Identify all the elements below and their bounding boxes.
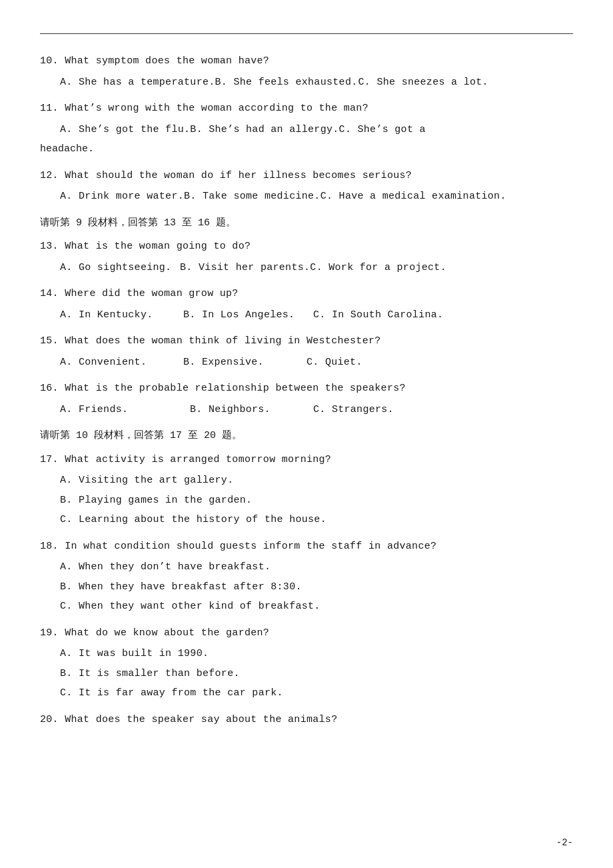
option-item: B. Visit her parents. <box>180 259 310 277</box>
option-item: C. She sneezes a lot. <box>358 74 488 91</box>
option-continuation: headache. <box>40 141 573 158</box>
question-block: 14. Where did the woman grow up?A. In Ke… <box>40 285 573 323</box>
option-item: C. Strangers. <box>313 401 394 419</box>
option-item: B. Expensive. <box>183 354 306 371</box>
options-row: A. Friends.B. Neighbors.C. Strangers. <box>60 401 573 419</box>
question-block: 17. What activity is arranged tomorrow m… <box>40 451 573 529</box>
options-row: A. She has a temperature.B. She feels ex… <box>60 74 573 91</box>
option-item: B. Take some medicine. <box>184 188 320 205</box>
option-item: A. It was built in 1990. <box>60 645 573 663</box>
question-q18: 18. In what condition should guests info… <box>40 538 573 555</box>
top-divider <box>40 33 573 34</box>
question-q19: 19. What do we know about the garden? <box>40 625 573 642</box>
section-header: 请听第 10 段材料，回答第 17 至 20 题。 <box>40 427 573 445</box>
option-item: A. Go sightseeing. <box>60 259 180 277</box>
question-block: 11. What’s wrong with the woman accordin… <box>40 100 573 158</box>
question-q11: 11. What’s wrong with the woman accordin… <box>40 100 573 117</box>
option-item: B. When they have breakfast after 8:30. <box>60 579 573 596</box>
question-q13: 13. What is the woman going to do? <box>40 238 573 255</box>
question-block: 18. In what condition should guests info… <box>40 538 573 615</box>
option-item: B. She’s had an allergy. <box>190 121 338 139</box>
option-item: A. She’s got the flu. <box>60 121 190 139</box>
option-item: C. It is far away from the car park. <box>60 685 573 702</box>
options-row: A. Drink more water.B. Take some medicin… <box>60 188 573 205</box>
options-row: A. In Kentucky.B. In Los Angeles.C. In S… <box>60 307 573 324</box>
question-block: 20. What does the speaker say about the … <box>40 711 573 729</box>
option-item: A. Drink more water. <box>60 188 184 205</box>
question-block: 10. What symptom does the woman have?A. … <box>40 53 573 91</box>
question-block: 13. What is the woman going to do?A. Go … <box>40 238 573 276</box>
section-header: 请听第 9 段材料，回答第 13 至 16 题。 <box>40 215 573 232</box>
page-number: -2- <box>556 837 573 848</box>
option-item: C. Work for a project. <box>310 259 446 277</box>
option-item: A. Friends. <box>60 401 190 419</box>
question-block: 16. What is the probable relationship be… <box>40 380 573 418</box>
option-item: C. Quiet. <box>306 354 362 371</box>
question-q14: 14. Where did the woman grow up? <box>40 285 573 303</box>
options-row: A. Convenient.B. Expensive.C. Quiet. <box>60 354 573 371</box>
question-block: 19. What do we know about the garden?A. … <box>40 625 573 702</box>
option-item: A. When they don’t have breakfast. <box>60 559 573 576</box>
option-item: C. In South Carolina. <box>313 307 443 324</box>
question-q12: 12. What should the woman do if her illn… <box>40 167 573 185</box>
option-item: B. In Los Angeles. <box>183 307 313 324</box>
option-item: C. She’s got a <box>339 121 426 139</box>
option-item: C. Learning about the history of the hou… <box>60 511 573 529</box>
option-item: C. Have a medical examination. <box>320 188 506 205</box>
option-item: A. She has a temperature. <box>60 74 215 91</box>
option-item: B. Playing games in the garden. <box>60 492 573 509</box>
option-item: B. Neighbors. <box>190 401 313 419</box>
question-q10: 10. What symptom does the woman have? <box>40 53 573 70</box>
question-q20: 20. What does the speaker say about the … <box>40 711 573 729</box>
option-item: A. Visiting the art gallery. <box>60 472 573 489</box>
question-block: 12. What should the woman do if her illn… <box>40 167 573 205</box>
option-item: A. Convenient. <box>60 354 183 371</box>
question-block: 15. What does the woman think of living … <box>40 333 573 371</box>
options-row: A. She’s got the flu.B. She’s had an all… <box>60 121 573 139</box>
question-q15: 15. What does the woman think of living … <box>40 333 573 350</box>
option-item: A. In Kentucky. <box>60 307 183 324</box>
option-item: C. When they want other kind of breakfas… <box>60 598 573 615</box>
option-item: B. She feels exhausted. <box>215 74 358 91</box>
question-q16: 16. What is the probable relationship be… <box>40 380 573 397</box>
options-row: A. Go sightseeing.B. Visit her parents.C… <box>60 259 573 277</box>
question-q17: 17. What activity is arranged tomorrow m… <box>40 451 573 469</box>
option-item: B. It is smaller than before. <box>60 665 573 683</box>
